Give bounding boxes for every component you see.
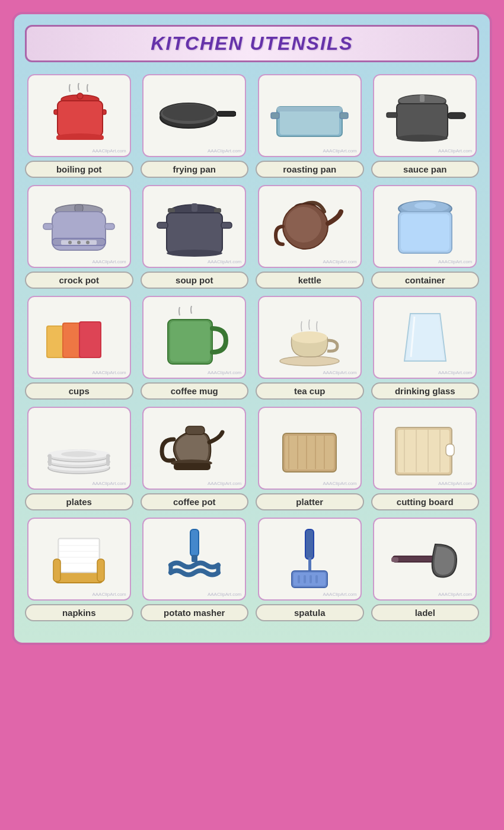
item-image-tea-cup: AAAClipArt.com xyxy=(258,296,362,379)
svg-rect-107 xyxy=(393,556,437,562)
svg-rect-36 xyxy=(214,208,221,213)
svg-rect-19 xyxy=(397,104,448,138)
svg-rect-6 xyxy=(56,135,104,140)
svg-rect-22 xyxy=(387,113,397,117)
item-image-coffee-mug: AAAClipArt.com xyxy=(142,296,246,379)
svg-point-43 xyxy=(286,207,321,242)
item-image-plates: AAAClipArt.com xyxy=(27,407,131,490)
item-platter: AAAClipArt.complatter xyxy=(256,407,364,510)
item-ladel: AAAClipArt.comladel xyxy=(371,518,480,621)
svg-rect-13 xyxy=(271,113,279,119)
item-crock-pot: AAAClipArt.comcrock pot xyxy=(25,185,133,289)
svg-rect-94 xyxy=(97,559,104,582)
svg-rect-54 xyxy=(80,323,100,357)
item-label-roasting-pan: roasting pan xyxy=(256,161,364,178)
item-label-crock-pot: crock pot xyxy=(25,272,133,289)
item-container: AAAClipArt.comcontainer xyxy=(371,185,480,289)
svg-rect-15 xyxy=(277,107,342,111)
svg-rect-106 xyxy=(315,575,318,583)
page-title: KITCHEN UTENSILS xyxy=(39,33,465,55)
svg-rect-96 xyxy=(192,555,197,562)
item-label-boiling-pot: boiling pot xyxy=(25,161,133,178)
item-image-roasting-pan: AAAClipArt.com xyxy=(258,74,362,157)
item-image-potato-masher: AAAClipArt.com xyxy=(142,518,246,601)
item-label-frying-pan: frying pan xyxy=(141,161,249,178)
svg-rect-24 xyxy=(75,205,83,212)
svg-rect-37 xyxy=(167,213,222,253)
svg-rect-99 xyxy=(305,529,314,559)
item-image-napkins: AAAClipArt.com xyxy=(27,518,131,601)
item-label-kettle: kettle xyxy=(256,272,364,289)
item-label-container: container xyxy=(371,272,480,289)
svg-rect-39 xyxy=(221,222,232,228)
item-napkins: AAAClipArt.comnapkins xyxy=(25,518,133,621)
svg-rect-34 xyxy=(192,203,197,212)
svg-rect-21 xyxy=(448,113,465,119)
item-kettle: AAAClipArt.comkettle xyxy=(256,185,364,289)
item-label-plates: plates xyxy=(25,493,133,510)
item-image-cutting-board: AAAClipArt.com xyxy=(373,407,477,490)
main-container: KITCHEN UTENSILS AAAClipArt.comboiling p… xyxy=(12,12,492,645)
svg-point-46 xyxy=(414,202,436,209)
item-image-spatula: AAAClipArt.com xyxy=(258,518,362,601)
svg-rect-104 xyxy=(304,575,306,583)
svg-rect-35 xyxy=(168,208,175,213)
item-image-cups: AAAClipArt.com xyxy=(27,296,131,379)
svg-point-31 xyxy=(77,241,81,244)
svg-rect-95 xyxy=(190,529,199,556)
item-potato-masher: AAAClipArt.compotato masher xyxy=(141,518,249,621)
item-image-boiling-pot: AAAClipArt.com xyxy=(27,74,131,157)
item-label-coffee-mug: coffee mug xyxy=(141,382,249,400)
item-image-crock-pot: AAAClipArt.com xyxy=(27,185,131,268)
svg-rect-73 xyxy=(285,436,334,470)
svg-rect-93 xyxy=(53,559,60,582)
svg-point-32 xyxy=(86,241,90,244)
svg-rect-10 xyxy=(217,111,236,116)
item-label-soup-pot: soup pot xyxy=(141,272,249,289)
svg-point-20 xyxy=(397,135,448,142)
svg-point-30 xyxy=(68,241,72,244)
svg-point-66 xyxy=(61,451,97,457)
svg-rect-105 xyxy=(310,575,312,583)
item-image-platter: AAAClipArt.com xyxy=(258,407,362,490)
svg-rect-88 xyxy=(59,540,98,572)
item-boiling-pot: AAAClipArt.comboiling pot xyxy=(25,74,133,178)
svg-point-9 xyxy=(162,104,215,121)
item-label-potato-masher: potato masher xyxy=(141,604,249,621)
item-image-container: AAAClipArt.com xyxy=(373,185,477,268)
item-label-napkins: napkins xyxy=(25,604,133,621)
svg-point-40 xyxy=(167,250,222,257)
svg-rect-14 xyxy=(340,113,348,119)
svg-point-1 xyxy=(77,93,83,99)
item-sauce-pan: AAAClipArt.comsauce pan xyxy=(371,74,480,178)
svg-rect-68 xyxy=(106,454,110,466)
item-plates: AAAClipArt.complates xyxy=(25,407,133,510)
svg-rect-38 xyxy=(157,222,168,228)
item-drinking-glass: AAAClipArt.comdrinking glass xyxy=(371,296,480,400)
item-image-drinking-glass: AAAClipArt.com xyxy=(373,296,477,379)
item-image-soup-pot: AAAClipArt.com xyxy=(142,185,246,268)
svg-rect-28 xyxy=(105,224,114,229)
svg-rect-103 xyxy=(298,575,300,583)
item-tea-cup: AAAClipArt.comtea cup xyxy=(256,296,364,400)
svg-point-57 xyxy=(280,356,339,366)
item-image-kettle: AAAClipArt.com xyxy=(258,185,362,268)
svg-rect-12 xyxy=(280,108,339,135)
item-roasting-pan: AAAClipArt.comroasting pan xyxy=(256,74,364,178)
svg-rect-100 xyxy=(308,557,311,572)
svg-rect-108 xyxy=(391,557,398,562)
item-coffee-mug: AAAClipArt.comcoffee mug xyxy=(141,296,249,400)
item-label-spatula: spatula xyxy=(256,604,364,621)
item-label-cutting-board: cutting board xyxy=(371,493,480,510)
item-frying-pan: AAAClipArt.comfrying pan xyxy=(141,74,249,178)
svg-rect-48 xyxy=(401,214,449,251)
item-label-tea-cup: tea cup xyxy=(256,382,364,400)
item-coffee-pot: AAAClipArt.comcoffee pot xyxy=(141,407,249,510)
item-label-cups: cups xyxy=(25,382,133,400)
svg-rect-56 xyxy=(170,321,210,362)
svg-rect-81 xyxy=(446,444,454,456)
item-label-ladel: ladel xyxy=(371,604,480,621)
svg-rect-80 xyxy=(398,430,449,473)
item-cups: AAAClipArt.comcups xyxy=(25,296,133,400)
item-label-platter: platter xyxy=(256,493,364,510)
